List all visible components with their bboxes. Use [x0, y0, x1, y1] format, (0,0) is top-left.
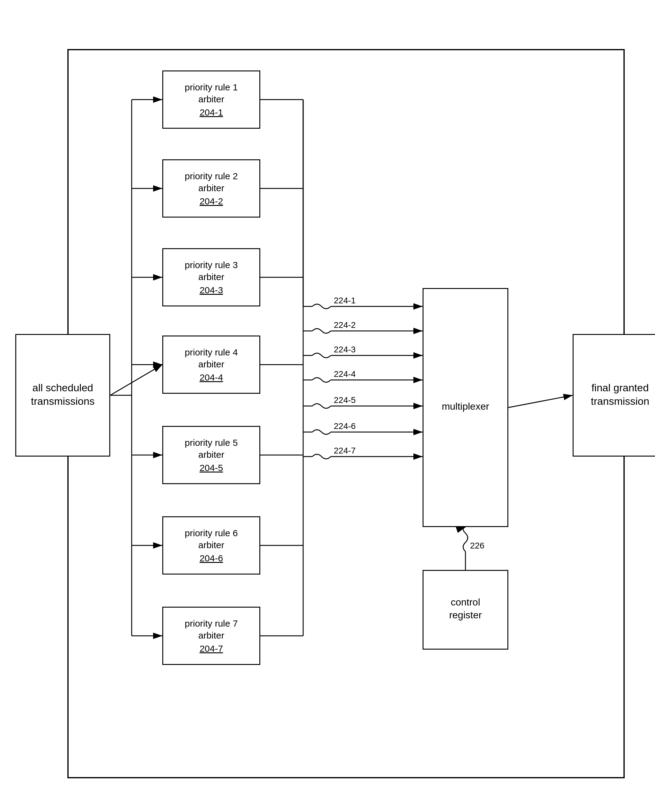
all-scheduled-box: all scheduledtransmissions [15, 334, 110, 456]
arbiter-3-box: priority rule 3arbiter 204-3 [162, 248, 260, 307]
outer-box [68, 49, 625, 778]
arbiter-6-box: priority rule 6arbiter 204-6 [162, 516, 260, 575]
arbiter-5-box: priority rule 5arbiter 204-5 [162, 426, 260, 484]
control-register-box: controlregister [423, 570, 508, 650]
final-granted-box: final grantedtransmission [573, 334, 655, 456]
transmitter-label [69, 760, 623, 772]
arbiter-2-box: priority rule 2arbiter 204-2 [162, 159, 260, 217]
arbiter-7-box: priority rule 7arbiter 204-7 [162, 607, 260, 665]
multiplexer-box: multiplexer [423, 288, 508, 527]
arbiter-1-box: priority rule 1arbiter 204-1 [162, 71, 260, 129]
arbiter-4-box: priority rule 4arbiter 204-4 [162, 336, 260, 394]
